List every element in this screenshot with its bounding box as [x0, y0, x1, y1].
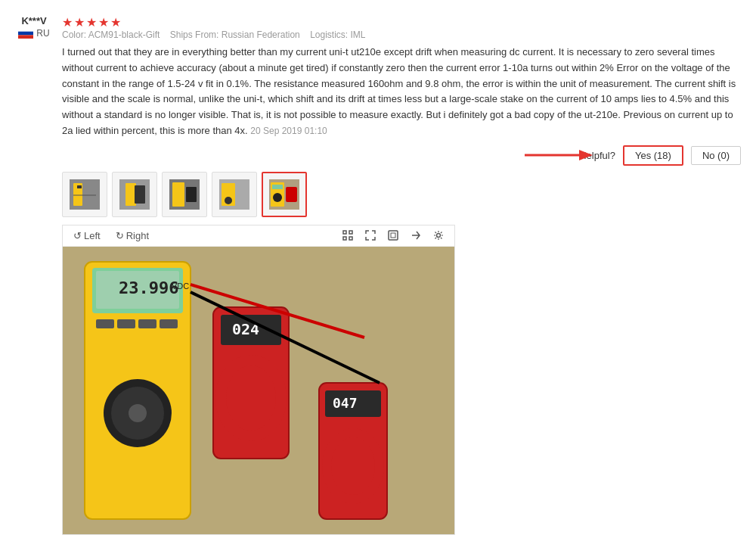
review-meta: Color: ACM91-black-Gift Ships From: Russ…	[62, 30, 741, 40]
review-container: K***V RU ★★★★★ Color: ACM91-black-Gift S…	[15, 15, 741, 535]
helpful-row: Helpful? Yes (18) No (0)	[62, 145, 741, 166]
svg-rect-23	[343, 231, 346, 234]
svg-text:23.996: 23.996	[119, 278, 178, 297]
red-arrow-icon	[525, 144, 593, 166]
svg-marker-4	[579, 150, 593, 160]
thumbnail-1[interactable]	[62, 172, 107, 217]
main-product-image: 23.996 VDC 024	[63, 247, 454, 534]
frame-icon	[342, 230, 353, 241]
svg-point-29	[437, 234, 441, 238]
gear-icon	[433, 230, 444, 241]
svg-rect-36	[96, 319, 114, 328]
svg-point-17	[225, 197, 232, 204]
review-text-content: I turned out that they are in everything…	[62, 46, 736, 136]
meta-logistics: Logistics: IML	[310, 30, 365, 40]
settings-button[interactable]	[430, 229, 447, 242]
thumb1-icon	[70, 179, 100, 210]
review-date: 20 Sep 2019 01:10	[250, 126, 327, 136]
image-viewer: ↺ Left ↻ Right	[62, 225, 455, 535]
frame-icon-button[interactable]	[339, 229, 356, 242]
ru-flag-icon	[18, 28, 33, 39]
right-label: Right	[126, 230, 149, 241]
left-label: Left	[84, 230, 101, 241]
compress-icon	[388, 230, 398, 241]
country-label: RU	[36, 28, 49, 39]
svg-rect-26	[349, 237, 352, 240]
fullscreen-button[interactable]	[362, 229, 379, 242]
svg-text:VDC: VDC	[172, 281, 189, 291]
thumb5-icon	[269, 179, 299, 210]
thumbnail-2[interactable]	[112, 172, 157, 217]
image-controls-left: ↺ Left ↻ Right	[70, 229, 152, 243]
thumbnail-4[interactable]	[212, 172, 257, 217]
svg-rect-39	[160, 319, 178, 328]
thumbnails-row	[62, 172, 741, 217]
stars-display: ★★★★★	[62, 15, 741, 30]
svg-rect-14	[186, 187, 197, 202]
flag-country: RU	[18, 28, 49, 39]
compress-button[interactable]	[385, 229, 401, 242]
helpful-yes-button[interactable]: Yes (18)	[623, 145, 683, 166]
share-button[interactable]	[407, 229, 424, 242]
svg-rect-28	[391, 233, 395, 238]
svg-rect-2	[18, 35, 33, 39]
svg-rect-37	[117, 319, 135, 328]
svg-rect-10	[125, 183, 136, 206]
review-text: I turned out that they are in everything…	[62, 45, 741, 139]
image-controls-bar: ↺ Left ↻ Right	[63, 225, 454, 247]
rotate-left-button[interactable]: ↺ Left	[70, 229, 104, 243]
thumbnail-5[interactable]	[262, 172, 307, 217]
review-main-col: ★★★★★ Color: ACM91-black-Gift Ships From…	[62, 15, 741, 535]
svg-rect-7	[77, 185, 82, 188]
fullscreen-icon	[365, 230, 376, 241]
thumb2-icon	[119, 179, 150, 210]
user-info: K***V RU	[15, 15, 53, 39]
svg-rect-1	[18, 32, 33, 36]
rotate-left-icon: ↺	[73, 230, 82, 241]
svg-rect-25	[343, 237, 346, 240]
product-image-svg: 23.996 VDC 024	[63, 247, 454, 534]
svg-rect-20	[272, 185, 283, 189]
svg-rect-24	[349, 231, 352, 234]
username: K***V	[21, 15, 46, 26]
image-controls-right	[339, 229, 447, 242]
svg-rect-13	[172, 182, 184, 207]
meta-color: Color: ACM91-black-Gift	[62, 30, 160, 40]
svg-rect-8	[73, 194, 96, 196]
svg-rect-11	[135, 185, 145, 204]
svg-rect-22	[286, 187, 297, 202]
svg-rect-0	[18, 28, 33, 32]
thumb3-icon	[169, 179, 200, 210]
svg-point-21	[273, 193, 282, 202]
helpful-no-button[interactable]: No (0)	[691, 146, 741, 165]
svg-point-42	[129, 404, 147, 422]
svg-rect-27	[389, 231, 398, 240]
meta-ships: Ships From: Russian Federation	[170, 30, 300, 40]
review-header: K***V RU ★★★★★ Color: ACM91-black-Gift S…	[15, 15, 741, 535]
rotate-right-button[interactable]: ↻ Right	[113, 229, 152, 243]
svg-rect-38	[138, 319, 156, 328]
svg-text:047: 047	[333, 395, 358, 411]
share-icon	[411, 230, 421, 241]
thumbnail-3[interactable]	[162, 172, 207, 217]
thumb4-icon	[219, 179, 249, 210]
rotate-right-icon: ↻	[116, 230, 124, 241]
